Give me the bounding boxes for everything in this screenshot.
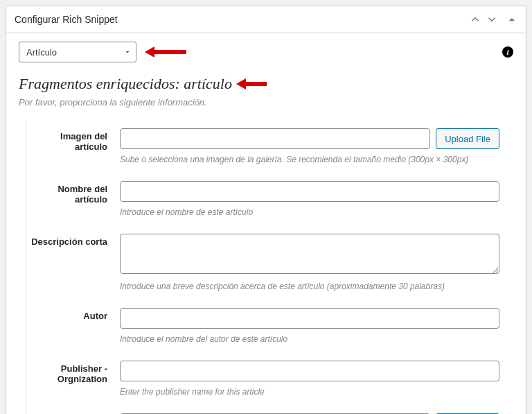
panel-body: Artículo i Fragmentos enriquecidos: artí…: [6, 33, 526, 414]
panel-top-row: Artículo i: [19, 42, 513, 62]
field-row-shortdesc: Descripción corta Introduce una breve de…: [26, 225, 513, 300]
short-description-textarea[interactable]: [120, 234, 499, 274]
callout-arrow-right-icon: [236, 78, 267, 90]
field-row-name: Nombre del artículo Introduce el nombre …: [26, 173, 513, 225]
label-article-name: Nombre del artículo: [26, 181, 120, 217]
rich-snippet-panel: Configurar Rich Snippet Artículo i Fragm…: [6, 6, 526, 414]
info-icon[interactable]: i: [502, 46, 513, 58]
field-input-shortdesc: Introduce una breve descripción acerca d…: [120, 234, 513, 291]
section-heading: Fragmentos enriquecidos: artículo: [19, 75, 232, 93]
snippet-type-wrap: Artículo: [19, 42, 186, 62]
panel-header: Configurar Rich Snippet: [6, 6, 526, 33]
panel-header-controls: [468, 12, 517, 27]
move-down-icon[interactable]: [484, 12, 499, 27]
panel-title: Configurar Rich Snippet: [15, 14, 118, 25]
field-input-name: Introduce el nombre de este artículo: [120, 181, 513, 217]
label-short-description: Descripción corta: [26, 234, 120, 291]
label-publisher: Publisher - Orgnization: [26, 361, 120, 397]
callout-arrow-left-icon: [145, 45, 186, 59]
help-publisher: Enter the publisher name for this articl…: [120, 387, 499, 397]
label-author: Autor: [26, 308, 120, 344]
toggle-panel-icon[interactable]: [506, 14, 517, 25]
form-table: Imagen del artículo Upload File Sube o s…: [26, 120, 513, 414]
help-author: Introduce el nombre del autor de este ar…: [120, 334, 499, 344]
snippet-type-select[interactable]: Artículo: [19, 42, 136, 62]
publisher-input[interactable]: [120, 361, 499, 381]
upload-image-button[interactable]: Upload File: [436, 128, 499, 149]
help-article-name: Introduce el nombre de este artículo: [120, 207, 499, 217]
section-subtext: Por favor, proporciona la siguiente info…: [19, 97, 513, 107]
article-name-input[interactable]: [120, 181, 499, 202]
field-row-image: Imagen del artículo Upload File Sube o s…: [26, 120, 513, 173]
section-heading-row: Fragmentos enriquecidos: artículo: [19, 75, 513, 93]
move-up-icon[interactable]: [468, 12, 483, 27]
article-image-input[interactable]: [120, 128, 430, 149]
field-input-publisher: Enter the publisher name for this articl…: [120, 361, 513, 397]
field-row-publisher-logo: Publisher Logo Upload File Sube o selecc…: [26, 405, 513, 414]
help-article-image: Sube o selecciona una imagen de la galer…: [120, 155, 499, 164]
help-short-description: Introduce una breve descripción acerca d…: [120, 282, 499, 291]
field-input-author: Introduce el nombre del autor de este ar…: [120, 308, 513, 344]
field-row-author: Autor Introduce el nombre del autor de e…: [26, 300, 513, 352]
author-input[interactable]: [120, 308, 499, 329]
field-row-publisher: Publisher - Orgnization Enter the publis…: [26, 352, 513, 405]
field-input-image: Upload File Sube o selecciona una imagen…: [120, 128, 513, 164]
label-article-image: Imagen del artículo: [26, 128, 120, 164]
